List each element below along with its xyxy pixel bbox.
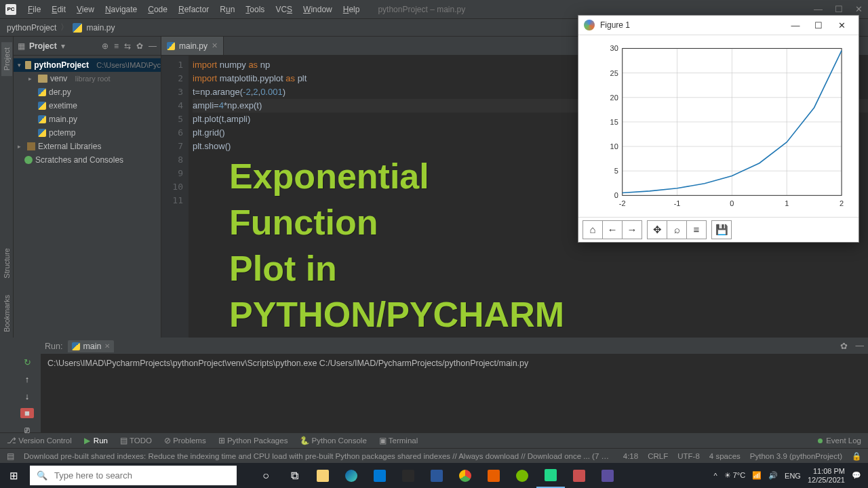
menu-help[interactable]: Help <box>338 3 365 16</box>
run-output[interactable]: Run: main ✕ ✿ — C:\Users\IMAD\PycharmPro… <box>41 338 868 432</box>
step-down-button[interactable]: ↓ <box>20 391 34 401</box>
figure-close-button[interactable]: ✕ <box>830 16 853 35</box>
pycharm-taskbar-icon[interactable] <box>536 463 565 488</box>
edge-icon[interactable] <box>337 463 366 488</box>
breadcrumb-file[interactable]: main.py <box>86 23 115 33</box>
status-encoding[interactable]: UTF-8 <box>677 452 700 460</box>
menu-refactor[interactable]: Refactor <box>174 3 214 16</box>
figure-minimize-button[interactable]: — <box>784 16 807 35</box>
start-button[interactable]: ⊞ <box>0 463 27 488</box>
menu-file[interactable]: File <box>23 3 45 16</box>
project-tool-tab[interactable]: Project <box>1 42 12 76</box>
tree-venv[interactable]: ▸ venv library root <box>14 72 161 85</box>
menu-tools[interactable]: Tools <box>241 3 269 16</box>
explorer-icon[interactable] <box>309 463 337 488</box>
tree-file[interactable]: pctemp <box>14 126 161 140</box>
event-log-button[interactable]: Event Log <box>818 436 861 445</box>
maximize-button[interactable]: ☐ <box>835 4 843 14</box>
tool-terminal[interactable]: ▣ Terminal <box>379 436 418 445</box>
notifications-icon[interactable]: 💬 <box>852 471 861 480</box>
layout-button[interactable]: ⎚ <box>20 425 34 435</box>
tool-todo[interactable]: ▤ TODO <box>120 436 152 445</box>
tree-external-libs[interactable]: ▸ External Libraries <box>14 140 161 153</box>
save-button[interactable]: 💾 <box>711 220 732 239</box>
status-caret-pos[interactable]: 4:18 <box>623 452 638 460</box>
configure-button[interactable]: ≡ <box>686 220 707 239</box>
bookmarks-tool-tab[interactable]: Bookmarks <box>1 289 12 338</box>
svg-text:25: 25 <box>610 69 618 77</box>
run-config-tab[interactable]: main ✕ <box>68 340 113 352</box>
tool-python-packages[interactable]: ⊞ Python Packages <box>218 436 288 445</box>
svg-text:2: 2 <box>840 200 844 208</box>
store-icon[interactable] <box>394 463 422 488</box>
mail-icon[interactable] <box>366 463 394 488</box>
app-icon-2[interactable] <box>593 463 622 488</box>
run-settings-icon[interactable]: ✿ <box>840 341 848 351</box>
tree-scratches[interactable]: Scratches and Consoles <box>14 153 161 167</box>
figure-titlebar[interactable]: Figure 1 — ☐ ✕ <box>578 16 859 35</box>
cortana-icon[interactable]: ○ <box>252 463 280 488</box>
status-icon[interactable]: ▤ <box>7 451 14 461</box>
expand-all-icon[interactable]: ≡ <box>114 41 119 51</box>
utorrent-icon[interactable] <box>508 463 536 488</box>
weather-widget[interactable]: ☀ 7°C <box>724 471 746 480</box>
zoom-button[interactable]: ⌕ <box>667 220 687 239</box>
forward-button[interactable]: → <box>622 220 642 239</box>
menu-code[interactable]: Code <box>143 3 172 16</box>
status-eol[interactable]: CRLF <box>648 452 668 460</box>
figure-toolbar: ⌂ ← → ✥ ⌕ ≡ 💾 <box>578 217 859 242</box>
structure-tool-tab[interactable]: Structure <box>1 243 12 284</box>
volume-icon[interactable]: 🔊 <box>768 471 778 480</box>
figure-window[interactable]: Figure 1 — ☐ ✕ -2-1012051015202530 ⌂ ← →… <box>578 15 859 243</box>
editor-tab-main[interactable]: main.py ✕ <box>161 37 224 55</box>
status-lock-icon[interactable]: 🔒 <box>852 451 861 461</box>
select-opened-icon[interactable]: ⊕ <box>102 41 108 51</box>
word-icon[interactable] <box>422 463 451 488</box>
stop-button[interactable]: ■ <box>20 408 34 418</box>
menu-run[interactable]: Run <box>215 3 239 16</box>
status-interpreter[interactable]: Python 3.9 (pythonProject) <box>750 452 842 460</box>
search-input[interactable] <box>54 470 230 481</box>
home-button[interactable]: ⌂ <box>583 220 603 239</box>
hide-icon[interactable]: — <box>149 41 157 51</box>
menu-window[interactable]: Window <box>298 3 337 16</box>
clock[interactable]: 11:08 PM12/25/2021 <box>808 467 845 485</box>
menu-navigate[interactable]: Navigate <box>100 3 142 16</box>
project-tree[interactable]: ▾ pythonProject C:\Users\IMAD\Pyc ▸ venv… <box>14 56 161 169</box>
minimize-button[interactable]: — <box>814 4 823 14</box>
project-label[interactable]: Project <box>29 41 57 51</box>
close-tab-icon[interactable]: ✕ <box>212 41 218 50</box>
tree-file[interactable]: der.py <box>14 85 161 99</box>
tool-problems[interactable]: ⊘ Problems <box>164 436 206 445</box>
menu-vcs[interactable]: VCS <box>271 3 297 16</box>
tray-chevron-icon[interactable]: ^ <box>713 472 717 480</box>
pan-button[interactable]: ✥ <box>647 220 667 239</box>
close-button[interactable]: ✕ <box>855 4 863 14</box>
menu-edit[interactable]: Edit <box>47 3 71 16</box>
task-view-icon[interactable]: ⧉ <box>280 463 309 488</box>
collapse-all-icon[interactable]: ⇆ <box>124 41 131 51</box>
wifi-icon[interactable]: 📶 <box>752 471 762 480</box>
figure-maximize-button[interactable]: ☐ <box>807 16 830 35</box>
back-button[interactable]: ← <box>602 220 623 239</box>
tool-run[interactable]: ▶ Run <box>84 436 108 445</box>
menu-view[interactable]: View <box>72 3 99 16</box>
language-indicator[interactable]: ENG <box>785 472 801 480</box>
run-hide-icon[interactable]: — <box>856 341 865 351</box>
tool-version-control[interactable]: ⎇ Version Control <box>7 436 72 445</box>
rerun-button[interactable]: ↻ <box>20 357 34 367</box>
app-icon[interactable] <box>565 463 593 488</box>
step-up-button[interactable]: ↑ <box>20 374 34 384</box>
tool-python-console[interactable]: 🐍 Python Console <box>300 436 366 445</box>
system-tray[interactable]: ^ ☀ 7°C 📶 🔊 ENG 11:08 PM12/25/2021 💬 <box>713 467 868 485</box>
chrome-icon[interactable] <box>451 463 479 488</box>
settings-icon[interactable]: ✿ <box>136 41 143 51</box>
status-indent[interactable]: 4 spaces <box>709 452 741 460</box>
tree-file[interactable]: main.py <box>14 113 161 126</box>
taskbar-search[interactable]: 🔍 <box>30 466 237 485</box>
vlc-icon[interactable] <box>479 463 508 488</box>
tree-project-root[interactable]: ▾ pythonProject C:\Users\IMAD\Pyc <box>14 58 161 72</box>
breadcrumb-root[interactable]: pythonProject <box>7 23 56 33</box>
status-message[interactable]: Download pre-built shared indexes: Reduc… <box>24 452 614 460</box>
tree-file[interactable]: exetime <box>14 99 161 113</box>
